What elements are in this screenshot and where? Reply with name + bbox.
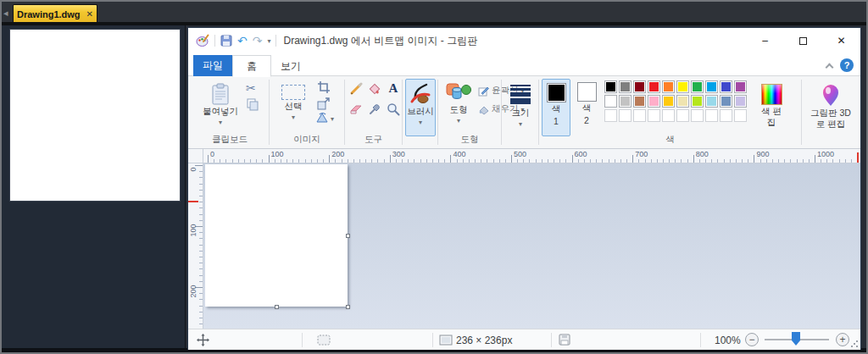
- palette-empty-slot[interactable]: [648, 109, 660, 122]
- h-ruler-cursor-marker: [857, 152, 859, 163]
- palette-color[interactable]: [648, 80, 660, 93]
- resize-icon[interactable]: [317, 97, 331, 110]
- palette-row-2: [604, 95, 747, 108]
- pencil-icon[interactable]: [348, 81, 364, 97]
- canvas-resize-handle-corner[interactable]: [346, 305, 350, 309]
- canvas-resize-handle-right[interactable]: [346, 234, 350, 238]
- h-ruler-label: 600: [575, 150, 587, 158]
- redo-icon[interactable]: ↷: [253, 34, 263, 47]
- palette-color[interactable]: [734, 80, 747, 93]
- palette-color[interactable]: [691, 80, 704, 93]
- copy-icon[interactable]: [247, 98, 259, 111]
- palette-color[interactable]: [662, 80, 675, 93]
- cut-icon[interactable]: ✂: [246, 81, 256, 95]
- palette-color[interactable]: [720, 95, 732, 108]
- palette-empty-slot[interactable]: [633, 109, 646, 122]
- rotate-icon[interactable]: [315, 112, 329, 124]
- cad-drawing-tab[interactable]: Drawing1.dwg ✕: [13, 4, 97, 23]
- palette-color[interactable]: [705, 95, 718, 108]
- color1-swatch: [547, 83, 566, 102]
- title-bar[interactable]: ↶ ↷ ▾ Drawing1.dwg 에서 비트맵 이미지 - 그림판 – ✕: [188, 28, 860, 53]
- palette-color[interactable]: [676, 80, 689, 93]
- paste-button[interactable]: 붙여넣기 ▾: [197, 80, 244, 126]
- select-rectangle-icon: [281, 85, 305, 100]
- palette-empty-slot[interactable]: [705, 109, 718, 122]
- canvas-resize-handle-bottom[interactable]: [275, 305, 279, 309]
- selection-size-icon: [317, 335, 331, 346]
- paint-canvas[interactable]: [205, 164, 348, 307]
- select-button[interactable]: 선택 ▾: [275, 81, 312, 121]
- palette-color[interactable]: [619, 80, 632, 93]
- edit-with-paint3d-button[interactable]: 그림판 3D로 편집: [806, 80, 855, 130]
- image-size-text: 236 × 236px: [456, 335, 512, 346]
- cad-viewport[interactable]: [2, 25, 186, 348]
- text-tool-icon[interactable]: A: [386, 80, 401, 96]
- zoom-in-button[interactable]: +: [836, 333, 849, 346]
- fill-bucket-icon[interactable]: [367, 81, 382, 97]
- size-button[interactable]: 크기 ▾: [505, 81, 536, 128]
- edit-colors-button[interactable]: 색 편집: [754, 80, 788, 127]
- palette-color[interactable]: [604, 95, 617, 108]
- palette-empty-slot[interactable]: [691, 109, 704, 122]
- group-divider: [402, 80, 403, 145]
- line-size-icon: [510, 85, 531, 104]
- palette-empty-slot[interactable]: [604, 109, 617, 122]
- h-ruler-label: 100: [271, 150, 284, 158]
- tab-bar-collapse-icon[interactable]: ◂: [3, 7, 8, 19]
- palette-color[interactable]: [720, 80, 732, 93]
- eraser-icon[interactable]: [348, 102, 364, 117]
- palette-empty-slot[interactable]: [676, 109, 689, 122]
- palette-color[interactable]: [734, 95, 747, 108]
- save-icon[interactable]: [220, 35, 232, 47]
- palette-color[interactable]: [604, 80, 617, 93]
- color2-button[interactable]: 색 2: [572, 79, 601, 136]
- minimize-button[interactable]: –: [746, 28, 784, 53]
- crop-icon[interactable]: [317, 80, 331, 94]
- palette-empty-slot[interactable]: [720, 109, 732, 122]
- palette-empty-slot[interactable]: [734, 109, 747, 122]
- color-picker-icon[interactable]: [367, 102, 382, 117]
- rotate-dropdown-icon[interactable]: ▾: [331, 115, 334, 123]
- palette-color[interactable]: [619, 95, 632, 108]
- horizontal-ruler: 01002003004005006007008009001000: [203, 149, 860, 163]
- help-icon[interactable]: ?: [840, 58, 854, 72]
- zoom-level-text: 100%: [715, 335, 741, 346]
- color1-button[interactable]: 색 1: [542, 79, 570, 136]
- brushes-button[interactable]: 브러시 ▾: [405, 79, 436, 136]
- zoom-out-button[interactable]: −: [745, 333, 759, 346]
- palette-color[interactable]: [662, 95, 675, 108]
- ribbon-tab-bar: 파일 홈 보기 ?: [188, 53, 860, 76]
- v-ruler-cursor-marker: [188, 201, 198, 202]
- shapes-button[interactable]: 도형 ▾: [441, 80, 476, 124]
- tab-home[interactable]: 홈: [232, 55, 271, 77]
- palette-color[interactable]: [648, 95, 660, 108]
- window-resize-grip[interactable]: [850, 340, 859, 348]
- group-divider: [501, 80, 502, 145]
- v-ruler-major-ticks: [195, 165, 203, 329]
- palette-color[interactable]: [633, 95, 646, 108]
- undo-icon[interactable]: ↶: [237, 34, 248, 47]
- zoom-slider-thumb[interactable]: [792, 332, 800, 346]
- v-ruler-label: 200: [189, 279, 198, 304]
- collapse-ribbon-icon[interactable]: [826, 62, 833, 69]
- cad-tab-close-icon[interactable]: ✕: [86, 9, 93, 19]
- shapes-dropdown-icon: ▾: [457, 117, 460, 124]
- qat-dropdown-icon[interactable]: ▾: [267, 37, 270, 45]
- palette-color[interactable]: [633, 80, 646, 93]
- paste-label: 붙여넣기: [203, 106, 238, 118]
- palette-empty-slot[interactable]: [619, 109, 632, 122]
- paint-workspace[interactable]: [203, 163, 860, 329]
- close-button[interactable]: ✕: [822, 28, 860, 53]
- palette-color[interactable]: [705, 80, 718, 93]
- tab-view[interactable]: 보기: [271, 56, 310, 76]
- select-dropdown-icon: ▾: [292, 113, 295, 121]
- shapes-icon: [446, 83, 471, 103]
- palette-empty-slot[interactable]: [662, 109, 675, 122]
- palette-color[interactable]: [676, 95, 689, 108]
- maximize-button[interactable]: [784, 28, 822, 53]
- edit-colors-rainbow-icon: [761, 84, 782, 105]
- color1-label-line2: 1: [554, 116, 559, 126]
- palette-color[interactable]: [691, 95, 704, 108]
- tab-file[interactable]: 파일: [193, 55, 232, 76]
- magnifier-icon[interactable]: [386, 102, 401, 117]
